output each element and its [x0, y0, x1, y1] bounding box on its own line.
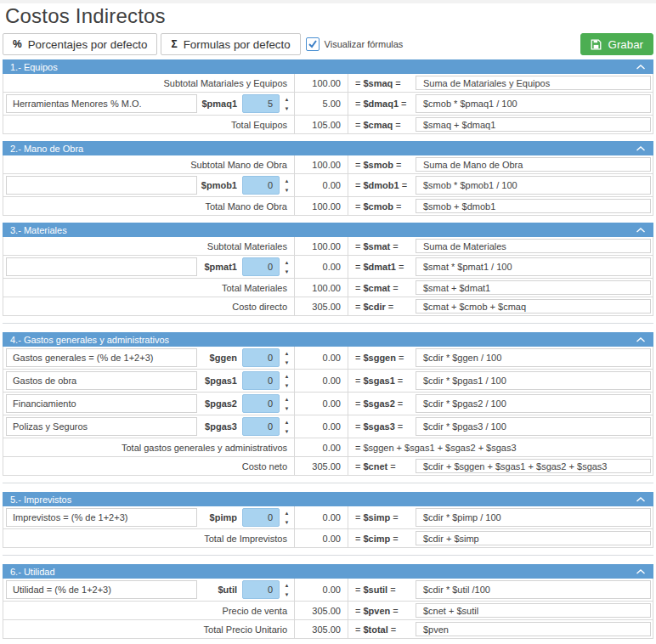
- formula-column: Suma de Mano de Obra: [414, 155, 653, 173]
- formula-input[interactable]: $cnet + $sutil: [416, 603, 651, 618]
- section-title: 2.- Mano de Obra: [10, 144, 83, 154]
- spinner-buttons: ▲▼: [280, 419, 294, 435]
- percentage-input[interactable]: 0: [242, 257, 280, 276]
- percentage-input[interactable]: 0: [242, 508, 280, 527]
- computed-value: 0.00: [294, 370, 348, 392]
- formula-input[interactable]: $smaq + $dmaq1: [416, 117, 651, 132]
- description-input[interactable]: Polizas y Seguros: [6, 417, 197, 436]
- formula-input[interactable]: $cmat + $cmob + $cmaq: [416, 299, 651, 314]
- section-panel: 3.- MaterialesSubtotal Materiales100.00=…: [3, 223, 653, 316]
- percentage-input[interactable]: 0: [242, 348, 280, 367]
- table-row: $pmat10▲▼0.00=$dmat1=$smat * $pmat1 / 10…: [3, 256, 653, 279]
- formula-input[interactable]: $smob * $pmob1 / 100: [416, 176, 651, 195]
- chevron-up-icon[interactable]: [636, 568, 646, 575]
- description-column: Total Precio Unitario: [3, 620, 294, 638]
- spinner-down-button[interactable]: ▼: [282, 591, 292, 598]
- percentage-input[interactable]: 0: [242, 176, 280, 195]
- chevron-up-icon[interactable]: [636, 336, 646, 343]
- section-header[interactable]: 3.- Materiales: [3, 223, 653, 237]
- percent-defaults-button[interactable]: % Porcentajes por defecto: [3, 33, 157, 55]
- section-divider: [3, 555, 653, 556]
- formula-input[interactable]: Suma de Materiales: [416, 239, 651, 253]
- formula-input[interactable]: $cmob * $pmaq1 / 100: [416, 94, 651, 113]
- formula-defaults-button[interactable]: Σ Formulas por defecto: [161, 33, 300, 55]
- equals-expression: =$pven=: [348, 602, 414, 619]
- description-input[interactable]: [6, 176, 197, 195]
- formula-input[interactable]: $cdir * $pgas1 / 100: [416, 371, 651, 390]
- percentage-input[interactable]: 0: [242, 371, 280, 390]
- spinner-up-button[interactable]: ▲: [282, 396, 292, 403]
- chevron-up-icon[interactable]: [636, 227, 646, 234]
- variable-label: $pgas3: [197, 421, 242, 432]
- chevron-up-icon[interactable]: [636, 496, 646, 503]
- table-row: Polizas y Seguros$pgas30▲▼0.00=$sgas3=$c…: [3, 415, 653, 438]
- description-input[interactable]: [6, 257, 197, 276]
- spinner-up-button[interactable]: ▲: [282, 373, 292, 380]
- formula-column: $cmat + $cmob + $cmaq: [414, 297, 653, 315]
- equals-expression: =$sggen=: [348, 347, 414, 369]
- section-header[interactable]: 1.- Equipos: [3, 59, 653, 74]
- chevron-up-icon[interactable]: [636, 64, 646, 71]
- percentage-input[interactable]: 0: [242, 417, 280, 436]
- formula-input[interactable]: $cdir + $sggen + $sgas1 + $sgas2 + $sgas…: [416, 459, 651, 473]
- equals-variable: $smob: [363, 160, 393, 170]
- description-input[interactable]: Gastos generales = (% de 1+2+3): [6, 348, 197, 367]
- chevron-up-icon[interactable]: [636, 145, 646, 152]
- formula-input[interactable]: $smat + $dmat1: [416, 280, 651, 295]
- equals-variable: $dmob1: [363, 180, 399, 190]
- description-input[interactable]: Imprevistos = (% de 1+2+3): [6, 508, 197, 527]
- formula-input[interactable]: Suma de Mano de Obra: [416, 157, 651, 172]
- formula-input[interactable]: $cdir * $pgas2 / 100: [416, 394, 651, 413]
- spinner-up-button[interactable]: ▲: [282, 259, 292, 266]
- visualize-formulas-checkbox[interactable]: [306, 37, 320, 51]
- spinner-down-button[interactable]: ▼: [282, 519, 292, 526]
- equals-expression: =$sgas1=: [348, 370, 414, 392]
- spinner-up-button[interactable]: ▲: [282, 350, 292, 357]
- percentage-input[interactable]: 0: [242, 580, 280, 599]
- spinner-down-button[interactable]: ▼: [282, 187, 292, 194]
- section-header[interactable]: 4.- Gastos generales y administrativos: [3, 332, 653, 347]
- formula-input[interactable]: $cdir * $pimp / 100: [416, 508, 651, 527]
- formula-input[interactable]: $cdir + $simp: [416, 531, 651, 545]
- equals-expression: =$sgas3=: [348, 415, 414, 438]
- percentage-input[interactable]: 5: [242, 94, 280, 113]
- section-header[interactable]: 5.- Imprevistos: [3, 492, 653, 506]
- spinner-down-button[interactable]: ▼: [282, 428, 292, 435]
- description-input[interactable]: Financiamiento: [6, 394, 197, 413]
- spinner-up-button[interactable]: ▲: [282, 178, 292, 184]
- section-header[interactable]: 2.- Mano de Obra: [3, 141, 653, 155]
- spinner-down-button[interactable]: ▼: [282, 359, 292, 366]
- spinner-down-button[interactable]: ▼: [282, 382, 292, 389]
- formula-input[interactable]: $pven: [416, 622, 651, 636]
- formula-input[interactable]: $cdir * $pgas3 / 100: [416, 417, 651, 436]
- equals-expression: =$cmob=: [348, 197, 414, 215]
- section-header[interactable]: 6.- Utilidad: [3, 564, 653, 579]
- spinner-down-button[interactable]: ▼: [282, 268, 292, 275]
- spinner-down-button[interactable]: ▼: [282, 405, 292, 412]
- spinner-up-button[interactable]: ▲: [282, 96, 292, 103]
- description-input[interactable]: Gastos de obra: [6, 371, 197, 390]
- save-button[interactable]: Grabar: [580, 33, 653, 55]
- percentage-input[interactable]: 0: [242, 394, 280, 413]
- table-row: Financiamiento$pgas20▲▼0.00=$sgas2=$cdir…: [3, 393, 653, 415]
- table-row: Imprevistos = (% de 1+2+3)$pimp0▲▼0.00=$…: [3, 506, 653, 529]
- visualize-formulas-label[interactable]: Visualizar fórmulas: [325, 39, 404, 49]
- description-input[interactable]: Herramientas Menores % M.O.: [6, 94, 197, 113]
- description-input[interactable]: Utilidad = (% de 1+2+3): [6, 580, 197, 599]
- spinner-up-button[interactable]: ▲: [282, 510, 292, 517]
- spinner-buttons: ▲▼: [280, 582, 294, 598]
- spinner-down-button[interactable]: ▼: [282, 105, 292, 112]
- table-row: Subtotal Matariales y Equipos100.00=$sma…: [3, 74, 653, 93]
- equals-variable: $cmat: [363, 283, 390, 293]
- description-column: Gastos generales = (% de 1+2+3)$ggen0▲▼: [3, 347, 294, 369]
- formula-input[interactable]: Suma de Matariales y Equipos: [416, 76, 651, 90]
- formula-input[interactable]: $cdir * $util /100: [416, 580, 651, 599]
- formula-input[interactable]: $smat * $pmat1 / 100: [416, 257, 651, 276]
- spinner-up-button[interactable]: ▲: [282, 419, 292, 426]
- save-icon: [591, 39, 602, 50]
- spinner-up-button[interactable]: ▲: [282, 582, 292, 589]
- formula-input[interactable]: $cdir * $ggen / 100: [416, 348, 651, 367]
- formula-column: $cdir * $pgas2 / 100: [414, 393, 653, 415]
- equals-expression: =$cdir=: [348, 297, 414, 315]
- formula-input[interactable]: $smob + $dmob1: [416, 199, 651, 213]
